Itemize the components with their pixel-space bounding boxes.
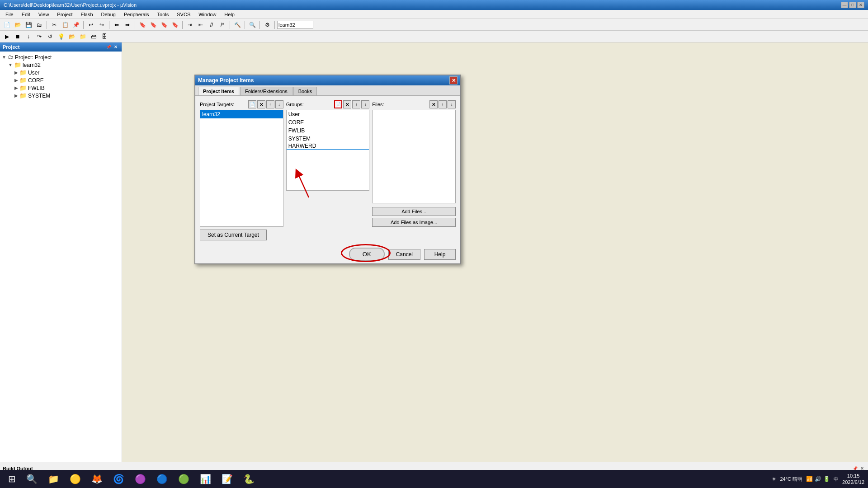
- cancel-btn[interactable]: Cancel: [388, 249, 420, 260]
- minimize-btn[interactable]: —: [841, 2, 848, 8]
- indent-btn[interactable]: ⇥: [185, 20, 195, 30]
- paste-btn[interactable]: 📌: [71, 20, 81, 30]
- open3-btn[interactable]: 📁: [78, 32, 88, 42]
- taskbar-app7[interactable]: 📊: [195, 471, 215, 487]
- undo-btn[interactable]: ↩: [86, 20, 96, 30]
- step-btn[interactable]: ↓: [24, 32, 33, 42]
- menu-flash[interactable]: Flash: [77, 10, 97, 19]
- open4-btn[interactable]: 🗃: [89, 32, 99, 42]
- reset-btn[interactable]: ↺: [45, 32, 55, 42]
- unindent-btn[interactable]: ⇤: [196, 20, 206, 30]
- group-core[interactable]: CORE: [287, 118, 369, 127]
- new-file-btn[interactable]: 📄: [2, 20, 12, 30]
- open-btn[interactable]: 📂: [13, 20, 23, 30]
- group-system[interactable]: SYSTEM: [287, 135, 369, 143]
- menu-debug[interactable]: Debug: [98, 10, 119, 19]
- files-up-btn[interactable]: ↑: [439, 100, 447, 108]
- taskbar-explorer[interactable]: 📁: [43, 471, 63, 487]
- group-user[interactable]: User: [287, 110, 369, 118]
- bookmark4-btn[interactable]: 🔖: [170, 20, 180, 30]
- files-del-btn[interactable]: ✕: [429, 100, 438, 108]
- learn32-label: learn32: [23, 62, 41, 68]
- open2-btn[interactable]: 📂: [67, 32, 77, 42]
- help-btn[interactable]: Help: [424, 249, 456, 260]
- groups-del-btn[interactable]: ✕: [343, 100, 351, 108]
- tree-user[interactable]: ▶ 📁 User: [2, 69, 120, 76]
- settings-btn[interactable]: ⚙: [262, 20, 272, 30]
- ok-btn[interactable]: OK: [349, 248, 385, 261]
- uncomment-btn[interactable]: /*: [217, 20, 227, 30]
- menu-tools[interactable]: Tools: [154, 10, 173, 19]
- targets-del-btn[interactable]: ✕: [257, 100, 265, 108]
- cut-btn[interactable]: ✂: [49, 20, 59, 30]
- panel-controls: 📌 ✕: [105, 44, 119, 50]
- tab-folders-extensions[interactable]: Folders/Extensions: [240, 87, 292, 95]
- menu-edit[interactable]: Edit: [18, 10, 34, 19]
- peripheral-btn[interactable]: 💡: [56, 32, 66, 42]
- menu-svcs[interactable]: SVCS: [173, 10, 194, 19]
- target-select[interactable]: [277, 21, 313, 29]
- back-btn[interactable]: ⬅: [112, 20, 122, 30]
- build-btn[interactable]: 🔨: [232, 20, 242, 30]
- close-btn[interactable]: ✕: [857, 2, 864, 8]
- tree-system[interactable]: ▶ 📁 SYSTEM: [2, 92, 120, 99]
- tab-books[interactable]: Books: [293, 87, 317, 95]
- maximize-btn[interactable]: □: [849, 2, 856, 8]
- save-btn[interactable]: 💾: [24, 20, 33, 30]
- run-btn[interactable]: ▶: [2, 32, 12, 42]
- taskbar-app3[interactable]: 🌀: [108, 471, 128, 487]
- add-files-btn[interactable]: Add Files...: [372, 207, 456, 216]
- taskbar-app2[interactable]: 🦊: [87, 471, 107, 487]
- manage-project-dialog[interactable]: Manage Project Items ✕ Project Items Fol…: [194, 75, 461, 264]
- panel-close-btn[interactable]: ✕: [113, 44, 119, 50]
- taskbar-app6[interactable]: 🟢: [174, 471, 193, 487]
- bookmark2-btn[interactable]: 🔖: [148, 20, 158, 30]
- start-btn[interactable]: ⊞: [4, 471, 20, 487]
- dialog-footer: OK Cancel Help: [195, 245, 460, 263]
- add-files-image-btn[interactable]: Add Files as Image...: [372, 218, 456, 227]
- save-all-btn[interactable]: 🗂: [34, 20, 44, 30]
- open5-btn[interactable]: 🗄: [99, 32, 109, 42]
- groups-up-btn[interactable]: ↑: [352, 100, 360, 108]
- menu-window[interactable]: Window: [195, 10, 220, 19]
- menu-help[interactable]: Help: [221, 10, 238, 19]
- files-down-btn[interactable]: ↓: [448, 100, 456, 108]
- panel-pin-btn[interactable]: 📌: [105, 44, 112, 50]
- comment-btn[interactable]: //: [207, 20, 217, 30]
- sep1: [47, 21, 47, 29]
- groups-new-btn[interactable]: 📄: [334, 100, 342, 108]
- set-current-btn[interactable]: Set as Current Target: [200, 230, 267, 240]
- taskbar-app8[interactable]: 📝: [217, 471, 237, 487]
- targets-new-btn[interactable]: 📄: [248, 100, 256, 108]
- redo-btn[interactable]: ↪: [97, 20, 107, 30]
- targets-up-btn[interactable]: ↑: [266, 100, 274, 108]
- target-learn32[interactable]: learn32: [200, 110, 283, 118]
- groups-down-btn[interactable]: ↓: [361, 100, 369, 108]
- tree-learn32[interactable]: ▼ 📁 learn32: [2, 61, 120, 69]
- stop-btn[interactable]: ⏹: [13, 32, 23, 42]
- tree-root[interactable]: ▼ 🗂 Project: Project: [2, 53, 120, 61]
- dialog-close-btn[interactable]: ✕: [449, 76, 458, 84]
- taskbar-app4[interactable]: 🟣: [130, 471, 150, 487]
- bookmark3-btn[interactable]: 🔖: [159, 20, 169, 30]
- menu-peripherals[interactable]: Peripherals: [120, 10, 153, 19]
- tree-core[interactable]: ▶ 📁 CORE: [2, 76, 120, 84]
- taskbar-search[interactable]: 🔍: [22, 471, 42, 487]
- step-over-btn[interactable]: ↷: [34, 32, 44, 42]
- forward-btn[interactable]: ➡: [123, 20, 132, 30]
- tab-project-items[interactable]: Project Items: [198, 87, 239, 95]
- copy-btn[interactable]: 📋: [60, 20, 70, 30]
- menu-view[interactable]: View: [35, 10, 53, 19]
- taskbar-app1[interactable]: 🟡: [65, 471, 85, 487]
- group-fwlib[interactable]: FWLIB: [287, 127, 369, 135]
- targets-down-btn[interactable]: ↓: [275, 100, 283, 108]
- menu-project[interactable]: Project: [53, 10, 76, 19]
- find-btn[interactable]: 🔍: [247, 20, 257, 30]
- taskbar-app5[interactable]: 🔵: [152, 471, 172, 487]
- group-harwerd-input[interactable]: [287, 143, 369, 150]
- title-bar: C:\Users\dell\Desktop\learn32\User\Proje…: [0, 0, 868, 10]
- tree-fwlib[interactable]: ▶ 📁 FWLIB: [2, 84, 120, 92]
- menu-file[interactable]: File: [2, 10, 17, 19]
- taskbar-app9[interactable]: 🐍: [239, 471, 259, 487]
- bookmark-btn[interactable]: 🔖: [137, 20, 147, 30]
